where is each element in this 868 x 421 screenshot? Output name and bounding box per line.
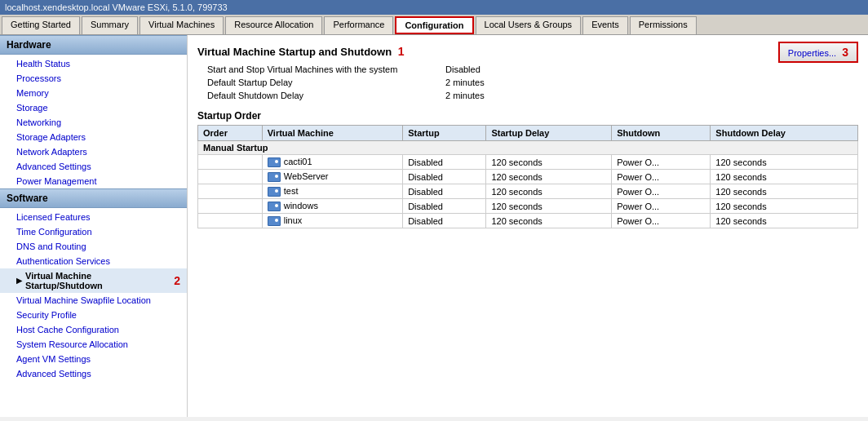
sidebar-sw-time-configuration[interactable]: Time Configuration xyxy=(0,224,187,239)
tab-resource-allocation[interactable]: Resource Allocation xyxy=(225,16,322,34)
vm-order xyxy=(198,170,263,184)
vm-shutdown: Power O... xyxy=(612,184,711,199)
hardware-items: Health StatusProcessorsMemoryStorageNetw… xyxy=(0,56,187,188)
vm-startup-delay: 120 seconds xyxy=(486,170,612,184)
tab-local-users-groups[interactable]: Local Users & Groups xyxy=(476,16,582,34)
vm-order xyxy=(198,184,263,199)
sidebar-hw-power-management[interactable]: Power Management xyxy=(0,174,187,188)
startup-order-title: Startup Order xyxy=(197,110,858,122)
sidebar-sw-dns-and-routing[interactable]: DNS and Routing xyxy=(0,239,187,254)
vm-icon xyxy=(268,157,281,167)
info-value: 2 minutes xyxy=(442,76,858,89)
sidebar-hw-storage[interactable]: Storage xyxy=(0,100,187,115)
vm-order xyxy=(198,199,263,214)
table-header: Virtual Machine xyxy=(262,126,402,141)
sidebar-sw-advanced-settings[interactable]: Advanced Settings xyxy=(0,366,187,381)
software-items: Licensed FeaturesTime ConfigurationDNS a… xyxy=(0,210,187,381)
table-row: WebServer Disabled 120 seconds Power O..… xyxy=(198,170,858,184)
main-layout: Hardware Health StatusProcessorsMemorySt… xyxy=(0,35,868,417)
vm-icon xyxy=(268,172,281,182)
vm-shutdown: Power O... xyxy=(612,170,711,184)
hardware-section-header: Hardware xyxy=(0,35,187,55)
sidebar: Hardware Health StatusProcessorsMemorySt… xyxy=(0,35,188,417)
tab-events[interactable]: Events xyxy=(582,16,628,34)
startup-table: OrderVirtual MachineStartupStartup Delay… xyxy=(197,125,858,228)
info-label: Default Startup Delay xyxy=(197,76,442,89)
vm-startup: Disabled xyxy=(403,170,486,184)
vm-name: cacti01 xyxy=(262,155,402,170)
sidebar-sw-security-profile[interactable]: Security Profile xyxy=(0,308,187,322)
vm-startup: Disabled xyxy=(403,155,486,170)
tab-summary[interactable]: Summary xyxy=(82,16,138,34)
startup-group-header: Manual Startup xyxy=(198,141,858,155)
sidebar-hw-networking[interactable]: Networking xyxy=(0,115,187,130)
vm-icon xyxy=(268,202,281,211)
vm-startup-delay: 120 seconds xyxy=(486,199,612,214)
sidebar-hw-advanced-settings[interactable]: Advanced Settings xyxy=(0,159,187,174)
sidebar-sw-agent-vm-settings[interactable]: Agent VM Settings xyxy=(0,352,187,366)
info-label: Default Shutdown Delay xyxy=(197,89,442,102)
vm-shutdown: Power O... xyxy=(612,199,711,214)
vm-shutdown: Power O... xyxy=(612,155,711,170)
tab-virtual-machines[interactable]: Virtual Machines xyxy=(140,16,224,34)
tab-configuration[interactable]: Configuration xyxy=(395,16,473,34)
sidebar-sw-virtual-machine-swapfile-location[interactable]: Virtual Machine Swapfile Location xyxy=(0,293,187,308)
info-value: Disabled xyxy=(442,63,858,76)
vm-shutdown-delay: 120 seconds xyxy=(711,155,858,170)
sidebar-hw-memory[interactable]: Memory xyxy=(0,86,187,100)
vm-shutdown: Power O... xyxy=(612,214,711,228)
table-row: cacti01 Disabled 120 seconds Power O... … xyxy=(198,155,858,170)
tab-permissions[interactable]: Permissions xyxy=(630,16,697,34)
info-table: Start and Stop Virtual Machines with the… xyxy=(197,63,858,102)
vm-order xyxy=(198,155,263,170)
vm-shutdown-delay: 120 seconds xyxy=(711,184,858,199)
info-row: Default Startup Delay2 minutes xyxy=(197,76,858,89)
sidebar-sw-authentication-services[interactable]: Authentication Services xyxy=(0,254,187,268)
vm-shutdown-delay: 120 seconds xyxy=(711,170,858,184)
info-row: Default Shutdown Delay2 minutes xyxy=(197,89,858,102)
sidebar-hw-processors[interactable]: Processors xyxy=(0,71,187,86)
vm-name: test xyxy=(262,184,402,199)
sidebar-hw-storage-adapters[interactable]: Storage Adapters xyxy=(0,130,187,144)
vm-startup-delay: 120 seconds xyxy=(486,214,612,228)
annotation-1: 1 xyxy=(398,45,405,58)
vm-order xyxy=(198,214,263,228)
vm-startup-delay: 120 seconds xyxy=(486,184,612,199)
table-header: Order xyxy=(198,126,263,141)
table-header: Shutdown xyxy=(612,126,711,141)
vm-startup: Disabled xyxy=(403,199,486,214)
sidebar-sw-licensed-features[interactable]: Licensed Features xyxy=(0,210,187,224)
annotation-2: 2 xyxy=(174,274,180,287)
tab-bar: Getting StartedSummaryVirtual MachinesRe… xyxy=(0,15,868,35)
info-row: Start and Stop Virtual Machines with the… xyxy=(197,63,858,76)
vm-name: WebServer xyxy=(262,170,402,184)
sidebar-sw-virtual-machine-startup/shutdown[interactable]: Virtual Machine Startup/Shutdown 2 xyxy=(0,268,187,293)
vm-startup-delay: 120 seconds xyxy=(486,155,612,170)
table-row: windows Disabled 120 seconds Power O... … xyxy=(198,199,858,214)
vm-name: windows xyxy=(262,199,402,214)
table-header: Startup xyxy=(403,126,486,141)
table-row: test Disabled 120 seconds Power O... 120… xyxy=(198,184,858,199)
properties-button[interactable]: Properties... 3 xyxy=(778,42,858,63)
title-text: localhost.xendesktop.local VMware ESXi, … xyxy=(5,2,228,12)
content-area: Properties... 3 Virtual Machine Startup … xyxy=(188,35,868,417)
sidebar-hw-health-status[interactable]: Health Status xyxy=(0,56,187,71)
software-section-header: Software xyxy=(0,188,187,208)
sidebar-hw-network-adapters[interactable]: Network Adapters xyxy=(0,144,187,159)
table-header: Shutdown Delay xyxy=(711,126,858,141)
vm-icon xyxy=(268,216,281,226)
sidebar-sw-host-cache-configuration[interactable]: Host Cache Configuration xyxy=(0,322,187,337)
table-header: Startup Delay xyxy=(486,126,612,141)
vm-icon xyxy=(268,187,281,197)
section-title: Virtual Machine Startup and Shutdown 1 xyxy=(197,45,858,58)
vm-name: linux xyxy=(262,214,402,228)
vm-shutdown-delay: 120 seconds xyxy=(711,199,858,214)
vm-shutdown-delay: 120 seconds xyxy=(711,214,858,228)
tab-performance[interactable]: Performance xyxy=(324,16,393,34)
tab-getting-started[interactable]: Getting Started xyxy=(2,16,80,34)
annotation-3: 3 xyxy=(842,46,848,59)
info-label: Start and Stop Virtual Machines with the… xyxy=(197,63,442,76)
title-bar: localhost.xendesktop.local VMware ESXi, … xyxy=(0,0,868,15)
vm-startup: Disabled xyxy=(403,214,486,228)
sidebar-sw-system-resource-allocation[interactable]: System Resource Allocation xyxy=(0,337,187,352)
